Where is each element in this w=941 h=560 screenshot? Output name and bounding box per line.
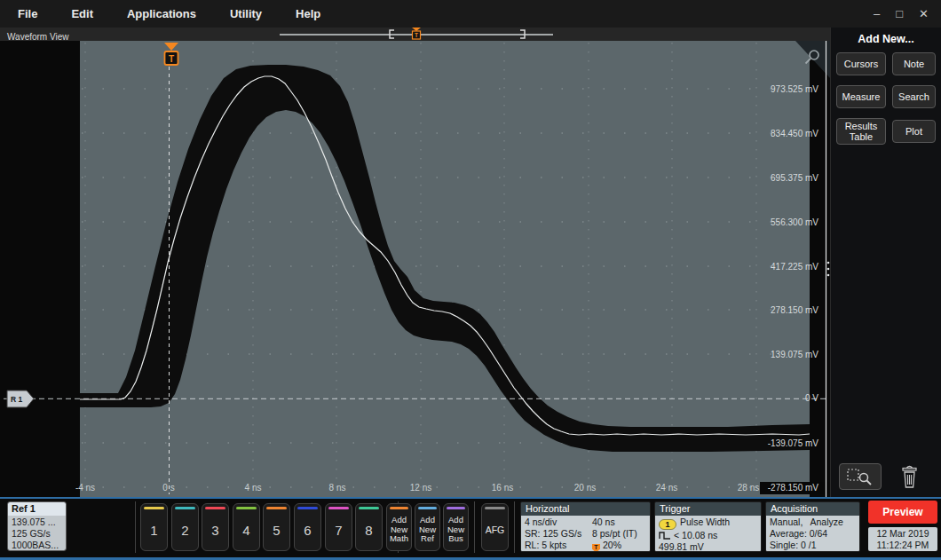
horizontal-value: SR: 125 GS/s <box>525 528 592 540</box>
add-new-plot-button[interactable]: Plot <box>892 120 936 143</box>
trash-icon[interactable] <box>899 465 920 489</box>
channel-4-button[interactable]: 4 <box>233 503 260 551</box>
channel-7-button[interactable]: 7 <box>325 503 352 551</box>
ref1-badge-title: Ref 1 <box>8 502 66 516</box>
separator <box>514 501 515 553</box>
panel-splitter-handle[interactable] <box>827 268 830 271</box>
horizontal-panel[interactable]: Horizontal 4 ns/div40 nsSR: 125 GS/s8 ps… <box>520 501 651 552</box>
add-new-bus-button[interactable]: Add New Bus <box>443 503 469 551</box>
horizontal-panel-title: Horizontal <box>521 502 650 516</box>
acquisition-info-row: Average: 0/64 <box>770 528 856 540</box>
preview-button[interactable]: Preview <box>868 501 937 524</box>
y-axis-label: 0 V <box>805 393 818 403</box>
trigger-condition: < 10.08 ns <box>674 530 717 540</box>
channel-1-button[interactable]: 1 <box>140 503 168 551</box>
graticule-area[interactable]: T973.525 mV834.450 mV695.375 mV556.300 m… <box>0 41 830 497</box>
x-axis-label: 8 ns <box>329 483 346 493</box>
afg-button[interactable]: AFG <box>481 503 509 551</box>
waveform-view-header: T Waveform View <box>0 28 830 41</box>
window-controls: – □ ✕ <box>874 8 929 20</box>
y-axis-label: 417.225 mV <box>771 262 818 272</box>
acquisition-info-row: Single: 0 /1 <box>770 540 856 551</box>
tekscope-window: FileEditApplicationsUtilityHelp – □ ✕ T … <box>0 0 941 560</box>
acquisition-panel-title: Acquisition <box>766 502 859 516</box>
channel-label: 4 <box>233 509 259 550</box>
button-label: AFG <box>482 509 508 550</box>
date-text: 12 Mar 2019 <box>868 528 937 540</box>
time-text: 11:12:24 PM <box>868 540 937 551</box>
trigger-level: 499.81 mV <box>659 541 757 552</box>
menu-item-edit[interactable]: Edit <box>71 7 93 20</box>
x-axis-label: 28 ns <box>738 483 759 493</box>
zoom-area-button[interactable] <box>839 463 882 490</box>
add-new-cursors-button[interactable]: Cursors <box>836 52 886 75</box>
ref1-marker-label: R 1 <box>11 395 23 404</box>
menu-item-file[interactable]: File <box>18 7 37 20</box>
channel-6-button[interactable]: 6 <box>294 503 321 551</box>
zoom-area-icon <box>846 468 874 485</box>
add-new-ref-button[interactable]: Add New Ref <box>415 503 440 551</box>
menu-item-utility[interactable]: Utility <box>230 7 262 20</box>
channel-label: 2 <box>172 509 198 550</box>
offscreen-region-left <box>0 41 80 497</box>
panel-tools <box>839 463 920 490</box>
button-label: Add New Math <box>387 509 411 550</box>
y-axis-label: 834.450 mV <box>771 129 818 138</box>
channel-5-button[interactable]: 5 <box>263 503 290 551</box>
y-axis-label: 973.525 mV <box>771 84 818 94</box>
ref1-info-line: 125 GS/s <box>12 528 62 540</box>
acquisition-panel[interactable]: Acquisition Manual, AnalyzeAverage: 0/64… <box>765 501 860 552</box>
menu-items: FileEditApplicationsUtilityHelp <box>18 7 320 20</box>
horizontal-info-row: SR: 125 GS/s8 ps/pt (IT) <box>525 528 646 540</box>
horizontal-value: T20% <box>592 540 621 552</box>
horizontal-value: 40 ns <box>592 517 615 528</box>
channel-2-button[interactable]: 2 <box>171 503 199 551</box>
pulse-width-icon <box>659 530 671 540</box>
panel-splitter-handle[interactable] <box>827 274 830 277</box>
horizontal-panel-body: 4 ns/div40 nsSR: 125 GS/s8 ps/pt (IT)RL:… <box>521 516 650 552</box>
x-axis-label: 16 ns <box>492 483 513 493</box>
x-axis-label: 0 s <box>162 483 174 493</box>
add-new-search-button[interactable]: Search <box>892 85 936 108</box>
menu-item-help[interactable]: Help <box>296 7 320 20</box>
trigger-position-icon: T <box>592 544 600 552</box>
menu-bar: FileEditApplicationsUtilityHelp – □ ✕ <box>0 0 941 28</box>
channel-8-button[interactable]: 8 <box>355 503 383 551</box>
menu-item-applications[interactable]: Applications <box>127 7 196 20</box>
minimap-trigger-label: T <box>415 32 418 38</box>
trigger-marker-label: T <box>169 54 174 64</box>
channel-label: 8 <box>356 509 382 550</box>
main-area: T Waveform View T973.525 mV834.450 mV695… <box>0 28 941 497</box>
horizontal-info-row: RL: 5 kptsT20% <box>525 540 646 552</box>
add-new-title: Add New... <box>831 33 941 45</box>
close-icon[interactable]: ✕ <box>919 8 929 20</box>
settings-bar: Ref 1 139.075 ...125 GS/s1000BAS... Hori… <box>0 499 941 557</box>
trigger-panel[interactable]: Trigger 1Pulse Width < 10.08 ns 499.81 m… <box>654 501 762 552</box>
add-new-measure-button[interactable]: Measure <box>836 85 886 108</box>
add-new-math-button[interactable]: Add New Math <box>386 503 412 551</box>
add-new-note-button[interactable]: Note <box>892 52 936 75</box>
ref1-badge[interactable]: Ref 1 139.075 ...125 GS/s1000BAS... <box>7 501 67 551</box>
datetime-display: 12 Mar 2019 11:12:24 PM <box>868 527 937 551</box>
acquisition-panel-body: Manual, AnalyzeAverage: 0/64Single: 0 /1 <box>766 516 859 552</box>
horizontal-value: 4 ns/div <box>525 517 592 528</box>
maximize-icon[interactable]: □ <box>896 8 903 20</box>
add-new-results-table-button[interactable]: Results Table <box>836 118 886 145</box>
horizontal-overview-minimap[interactable]: T <box>0 28 830 41</box>
x-axis-label: -4 ns <box>75 483 95 493</box>
channel-label: 7 <box>326 509 352 550</box>
trigger-type: Pulse Width <box>680 517 730 527</box>
trigger-source-badge: 1 <box>659 519 676 530</box>
panel-splitter-handle[interactable] <box>827 262 830 264</box>
minimize-icon[interactable]: – <box>874 8 880 20</box>
y-axis-label: 556.300 mV <box>771 217 818 227</box>
x-axis-label: 24 ns <box>656 483 677 493</box>
channel-3-button[interactable]: 3 <box>202 503 229 551</box>
button-label: Add New Bus <box>444 509 468 550</box>
channel-label: 6 <box>295 509 320 550</box>
x-axis-label: 4 ns <box>245 483 262 493</box>
separator <box>474 501 475 553</box>
channel-label: 3 <box>202 509 228 550</box>
waveform-view-tab[interactable]: Waveform View <box>0 32 68 42</box>
ref1-info-line: 1000BAS... <box>12 540 62 551</box>
